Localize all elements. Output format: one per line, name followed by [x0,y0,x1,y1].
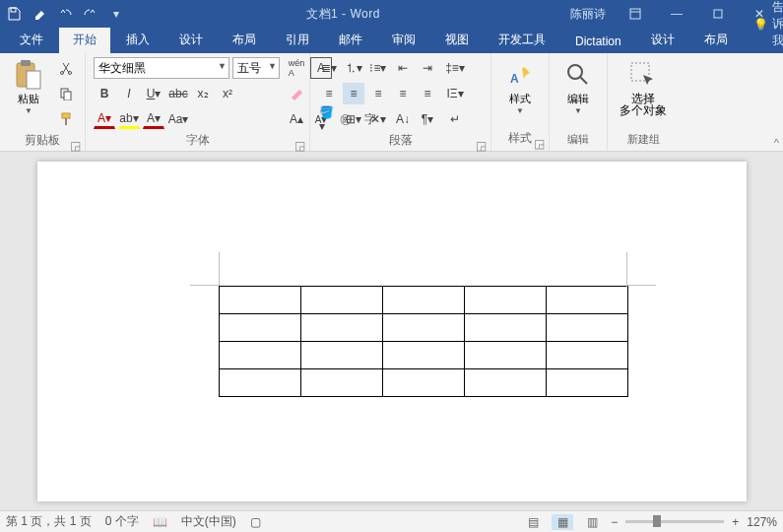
tab-references[interactable]: 引用 [272,28,323,53]
char-shading-button[interactable]: A▾ [143,109,164,129]
tab-developer[interactable]: 开发工具 [485,28,559,53]
show-marks-button[interactable]: ¶▾ [417,108,438,130]
distributed-button[interactable]: ≡ [417,83,438,104]
superscript-button[interactable]: x² [217,83,238,104]
tell-me-search[interactable]: 💡告诉我 [744,0,783,53]
table-row[interactable] [219,369,627,397]
ribbon: 粘贴 ▼ 剪贴板◲ 华文细黑▼ 五号▼ B I U▾ ab [0,53,783,152]
italic-button[interactable]: I [118,83,140,104]
group-editing: 编辑 ▼ 编辑 [550,53,608,151]
tab-mailings[interactable]: 邮件 [325,28,376,53]
tab-insert[interactable]: 插入 [112,28,163,53]
collapse-ribbon-button[interactable]: ^ [774,137,779,149]
grow-font-button[interactable]: A▴ [286,108,307,130]
sort-button[interactable]: A↓ [392,108,414,130]
document-area[interactable] [0,152,783,510]
tab-dictation[interactable]: Dictation [561,31,635,53]
increase-indent-button[interactable]: ⇥ [417,57,438,79]
web-layout-button[interactable]: ▥ [581,514,603,530]
find-icon [562,59,594,91]
align-right-button[interactable]: ≡ [367,83,389,104]
tab-table-layout[interactable]: 布局 [690,28,742,53]
chevron-down-icon[interactable]: ▼ [218,61,227,71]
macro-rec-icon[interactable]: ▢ [250,515,261,529]
editing-button[interactable]: 编辑 ▼ [557,57,599,115]
document-table[interactable] [219,286,628,397]
bullets-button[interactable]: ≣▾ [318,57,340,79]
copy-button[interactable] [55,83,77,104]
read-mode-button[interactable]: ▤ [522,514,544,530]
print-layout-button[interactable]: ▦ [552,514,573,530]
strikethrough-button[interactable]: abc [167,83,189,104]
eraser-icon[interactable] [30,4,49,24]
table-row[interactable] [219,342,627,369]
tab-table-design[interactable]: 设计 [637,28,688,53]
format-painter-button[interactable] [55,108,77,130]
line-spacing-button[interactable]: ‡≡▾ [444,57,466,79]
styles-icon: A [504,59,536,91]
word-count[interactable]: 0 个字 [105,513,139,530]
text-direction-button[interactable]: ΙΞ▾ [444,83,466,104]
table-row[interactable] [219,287,627,314]
asian-layout-button[interactable]: ✕▾ [367,108,389,130]
zoom-slider[interactable] [625,520,724,523]
change-case-button[interactable]: Aa▾ [167,108,189,130]
font-size-combo[interactable]: 五号▼ [232,57,280,79]
svg-rect-6 [27,71,40,89]
tab-review[interactable]: 审阅 [378,28,429,53]
dialog-launcher-icon[interactable]: ◲ [69,139,81,151]
select-multiple-objects-button[interactable]: 选择多个对象 [616,57,671,116]
paste-icon [13,59,44,91]
justify-button[interactable]: ≡ [392,83,414,104]
align-center-button[interactable]: ≡ [343,83,364,104]
user-name[interactable]: 陈丽诗 [560,6,616,23]
tab-design[interactable]: 设计 [165,28,217,53]
svg-rect-3 [714,10,722,18]
font-color-button[interactable]: A▾ [94,109,115,129]
zoom-level[interactable]: 127% [747,515,777,529]
page[interactable] [37,162,747,501]
redo-icon[interactable] [81,4,100,24]
undo-icon[interactable] [55,4,75,24]
decrease-indent-button[interactable]: ⇤ [392,57,414,79]
dialog-launcher-icon[interactable]: ◲ [475,139,487,151]
page-indicator[interactable]: 第 1 页，共 1 页 [6,513,92,530]
dialog-launcher-icon[interactable]: ◲ [533,137,545,149]
phonetic-guide-button[interactable]: wénA [286,57,307,79]
tab-home[interactable]: 开始 [59,28,110,53]
underline-button[interactable]: U▾ [143,83,164,104]
zoom-in-button[interactable]: + [732,515,739,529]
numbering-button[interactable]: ⒈▾ [343,57,364,79]
bold-button[interactable]: B [94,83,115,104]
show-paragraph-marks-button[interactable]: ↵ [444,108,466,130]
language-indicator[interactable]: 中文(中国) [181,513,236,530]
group-label-clipboard: 剪贴板◲ [8,130,77,151]
clear-formatting-button[interactable] [286,83,307,104]
maximize-button[interactable] [698,0,738,28]
subscript-button[interactable]: x₂ [192,83,214,104]
svg-text:A: A [510,72,519,86]
tab-view[interactable]: 视图 [431,28,483,53]
minimize-button[interactable]: — [657,0,696,28]
highlight-button[interactable]: ab▾ [118,109,140,129]
qat-customize-icon[interactable]: ▾ [106,4,126,24]
table-row[interactable] [219,314,627,342]
paste-button[interactable]: 粘贴 ▼ [8,57,49,115]
align-left-button[interactable]: ≡ [318,83,340,104]
ribbon-display-icon[interactable] [616,0,655,28]
save-icon[interactable] [4,4,24,24]
shading-button[interactable]: 🪣▾ [318,108,340,130]
multilevel-list-button[interactable]: ⁝≡▾ [367,57,389,79]
cut-button[interactable] [55,57,77,79]
slider-thumb[interactable] [653,515,661,527]
zoom-out-button[interactable]: − [611,515,618,529]
font-name-combo[interactable]: 华文细黑▼ [94,57,229,79]
tab-layout[interactable]: 布局 [219,28,270,53]
tab-file[interactable]: 文件 [6,28,57,53]
ribbon-tabs: 文件 开始 插入 设计 布局 引用 邮件 审阅 视图 开发工具 Dictatio… [0,28,783,53]
borders-button[interactable]: ⊞▾ [343,108,364,130]
chevron-down-icon[interactable]: ▼ [268,61,277,71]
dialog-launcher-icon[interactable]: ◲ [294,139,305,151]
styles-button[interactable]: A 样式 ▼ [499,57,541,115]
spellcheck-icon[interactable]: 📖 [153,515,167,529]
